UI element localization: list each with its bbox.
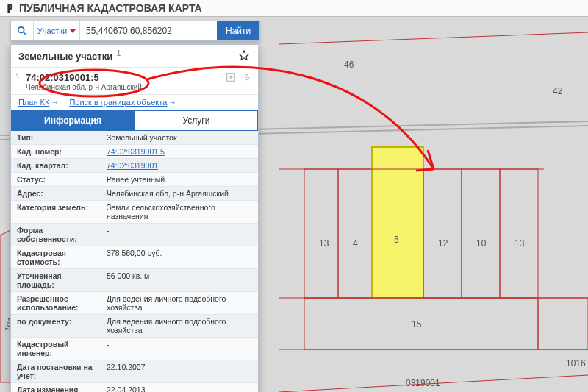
info-row: Категория земель:Земли сельскохозяйствен… [11,201,258,224]
favorite-icon[interactable] [237,49,251,63]
app-header: ПУБЛИЧНАЯ КАДАСТРОВАЯ КАРТА [0,0,588,17]
zoom-to-icon[interactable] [226,72,236,82]
info-row: Разрешенное использование:Для ведения ли… [11,292,258,315]
field-label: Форма собственности: [11,224,101,246]
parcel-label: 46 [344,60,354,70]
plan-kk-link[interactable]: План КК [18,98,49,107]
field-value: - [101,224,258,246]
parcel-label: 10 [476,238,487,249]
svg-rect-6 [462,169,500,298]
svg-rect-7 [500,169,538,298]
svg-point-18 [18,27,24,33]
field-value: Земельный участок [101,131,258,145]
svg-rect-5 [423,169,462,298]
info-row: Кад. квартал:74:02:0319001 [11,159,258,173]
field-label: Кад. номер: [11,145,101,159]
info-row: Статус:Ранее учтенный [11,173,258,187]
result-region: Челябинская обл, р-н Аргаяшский [26,83,251,91]
info-row: Форма собственности:- [11,224,258,246]
field-value: Земли сельскохозяйственного назначения [101,201,258,224]
rosreestr-logo-icon [4,3,15,13]
field-label: Тип: [11,131,101,145]
field-value: - [101,338,258,360]
search-bar: Участки Найти [10,21,260,41]
svg-line-19 [24,32,26,35]
search-type-select[interactable]: Участки [33,21,80,40]
parcel-label: 12 [438,238,448,249]
svg-rect-4 [372,147,423,298]
field-value: Челябинская обл, р-н Аргаяшский [101,187,258,201]
info-row: Дата изменения сведений в ГКН:22.04.2013 [11,383,258,393]
field-label: Статус: [11,173,101,187]
field-label: Кадастровый инженер: [11,338,101,360]
parcel-label: 5 [394,235,399,245]
field-value: 378 560,00 руб. [101,246,258,269]
info-panel: Земельные участки 1 1. 74:02:0319001:5 Ч… [10,44,259,392]
tab-info[interactable]: Информация [11,110,135,131]
info-row: Уточненная площадь:56 000 кв. м [11,269,258,292]
svg-rect-3 [338,169,372,298]
field-value: 56 000 кв. м [101,269,258,292]
field-label: Адрес: [11,187,101,201]
field-label: Кад. квартал: [11,159,101,173]
search-result-item[interactable]: 1. 74:02:0319001:5 Челябинская обл, р-н … [11,68,258,95]
info-row: Кад. номер:74:02:0319001:5 [11,145,258,159]
field-label: Дата постановки на учет: [11,360,101,383]
parcel-label: 15 [412,319,422,329]
field-value: 22.04.2013 [101,383,258,393]
search-input[interactable] [80,21,217,40]
svg-rect-9 [538,298,588,349]
parcel-label: 1016 [566,358,586,368]
caret-down-icon [70,29,76,33]
info-row: по документу:Для ведения личного подсобн… [11,315,258,338]
svg-line-13 [279,32,588,44]
page-title: ПУБЛИЧНАЯ КАДАСТРОВАЯ КАРТА [19,2,202,14]
info-table: Тип:Земельный участокКад. номер:74:02:03… [11,131,258,392]
info-row: Кадастровая стоимость:378 560,00 руб. [11,246,258,269]
field-value: Ранее учтенный [101,173,258,187]
panel-count: 1 [117,49,121,57]
search-type-label: Участки [37,26,67,35]
info-row: Тип:Земельный участок [11,131,258,145]
tab-services[interactable]: Услуги [135,110,258,131]
svg-rect-2 [304,169,338,298]
search-button[interactable]: Найти [217,21,259,40]
parcel-label: 4 [353,238,358,249]
field-label: Дата изменения сведений в ГКН: [11,383,101,393]
result-cad-number: 74:02:0319001:5 [26,72,251,83]
link-icon[interactable] [242,72,252,82]
field-label: Кадастровая стоимость: [11,246,101,269]
result-index: 1. [15,72,22,81]
field-value: Для ведения личного подсобного хозяйства [101,292,258,315]
panel-tabs: Информация Услуги [11,110,258,131]
parcel-label: 13 [319,238,329,249]
field-label: Уточненная площадь: [11,269,101,292]
search-icon[interactable] [11,21,33,40]
parcel-label: 42 [553,86,563,96]
field-label: Разрешенное использование: [11,292,101,315]
field-label: Категория земель: [11,201,101,224]
parcel-label: 0319001 [406,378,440,388]
panel-links: План КК→ Поиск в границах объекта→ [11,95,258,110]
info-row: Адрес:Челябинская обл, р-н Аргаяшский [11,187,258,201]
info-row: Дата постановки на учет:22.10.2007 [11,360,258,383]
field-value[interactable]: 74:02:0319001:5 [101,145,258,159]
panel-title: Земельные участки [18,51,112,63]
panel-header: Земельные участки 1 [11,45,258,68]
parcel-label: 13 [514,238,525,249]
search-in-bounds-link[interactable]: Поиск в границах объекта [69,98,167,107]
field-value: Для ведения личного подсобного хозяйства [101,315,258,338]
field-label: по документу: [11,315,101,338]
info-row: Кадастровый инженер:- [11,338,258,360]
field-value: 22.10.2007 [101,360,258,383]
field-value[interactable]: 74:02:0319001 [101,159,258,173]
